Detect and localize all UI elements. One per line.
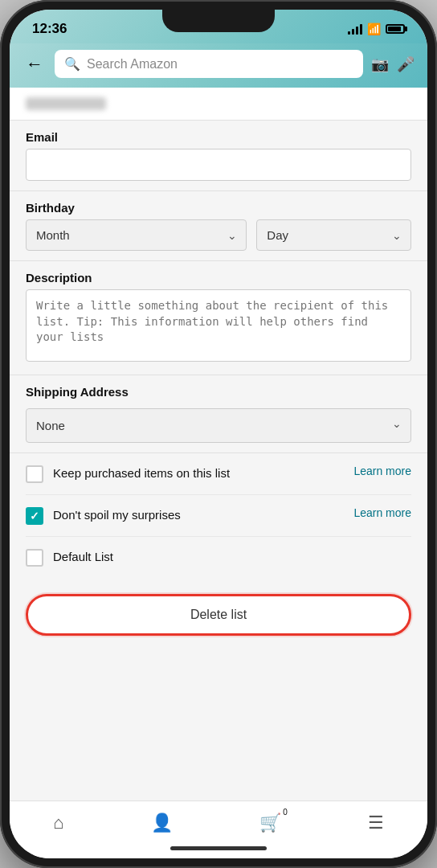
dont-spoil-learn-more[interactable]: Learn more [353,506,411,519]
nav-cart[interactable]: 🛒 0 [247,809,294,837]
default-list-row: Default List [26,537,411,578]
nav-home[interactable]: ⌂ [40,809,76,837]
shipping-select[interactable]: None [26,408,411,443]
status-icons: 📶 [348,23,405,35]
cart-badge-wrapper: 🛒 0 [259,813,281,833]
shipping-label: Shipping Address [26,385,411,399]
default-list-content: Default List [53,548,411,565]
day-select[interactable]: Day [256,219,411,251]
email-label: Email [26,130,411,144]
birthday-label: Birthday [26,201,411,215]
search-bar: ← 🔍 Search Amazon 📷 🎤 [10,43,427,88]
keep-items-content: Keep purchased items on this list [53,465,344,481]
back-button[interactable]: ← [22,51,47,78]
shipping-section: Shipping Address None ⌄ [10,375,427,452]
description-input[interactable] [26,289,411,362]
month-select-wrapper: Month January February March April May J… [26,219,247,251]
month-select[interactable]: Month January February March April May J… [26,219,247,251]
description-label: Description [26,271,411,285]
search-placeholder: Search Amazon [87,57,353,72]
dont-spoil-checkbox[interactable]: ✓ [26,507,43,525]
shipping-select-wrapper: None ⌄ [26,403,411,443]
home-bar [170,846,267,850]
bottom-nav: ⌂ 👤 🛒 0 ☰ [10,800,427,841]
dont-spoil-row: ✓ Don't spoil my surprises Learn more [26,495,411,537]
notch [162,10,275,32]
search-input-wrapper[interactable]: 🔍 Search Amazon [55,50,363,78]
birthday-field-group: Birthday Month January February March Ap… [10,191,427,260]
status-time: 12:36 [32,21,67,37]
keep-items-learn-more[interactable]: Learn more [353,465,411,477]
search-icon: 🔍 [64,56,80,72]
default-list-checkbox[interactable] [26,549,43,567]
delete-section: Delete list [10,578,427,644]
checkmark-icon: ✓ [30,510,39,522]
checkbox-section: Keep purchased items on this list Learn … [10,453,427,578]
cart-icon: 🛒 [259,813,281,833]
search-actions: 📷 🎤 [371,55,415,73]
signal-icon [348,23,362,35]
email-field-group: Email [10,121,427,190]
keep-items-checkbox[interactable] [26,465,43,483]
email-input[interactable] [26,149,411,181]
account-icon: 👤 [151,813,173,833]
birthday-row: Month January February March April May J… [26,219,411,251]
wifi-icon: 📶 [367,23,381,35]
menu-icon: ☰ [368,813,384,833]
microphone-icon[interactable]: 🎤 [397,55,415,73]
home-indicator [10,841,427,858]
keep-items-row: Keep purchased items on this list Learn … [26,453,411,495]
phone-frame: 12:36 📶 ← 🔍 Search Amazon [0,0,437,868]
delete-list-button[interactable]: Delete list [26,594,411,636]
phone-screen: 12:36 📶 ← 🔍 Search Amazon [10,10,427,858]
nav-account[interactable]: 👤 [138,809,186,837]
dont-spoil-label: Don't spoil my surprises [53,508,181,522]
description-field-group: Description [10,261,427,375]
cart-count: 0 [283,808,288,817]
nav-menu[interactable]: ☰ [355,809,397,837]
day-select-wrapper: Day ⌄ [256,219,411,251]
blurred-name-field [10,88,427,120]
camera-icon[interactable]: 📷 [371,55,389,73]
battery-icon [386,24,405,34]
blurred-name-text [26,97,106,110]
keep-items-label: Keep purchased items on this list [53,466,230,480]
default-list-label: Default List [53,550,113,563]
home-icon: ⌂ [53,813,63,833]
content: Email Birthday Month January February Ma… [10,88,427,800]
dont-spoil-content: Don't spoil my surprises [53,506,344,523]
